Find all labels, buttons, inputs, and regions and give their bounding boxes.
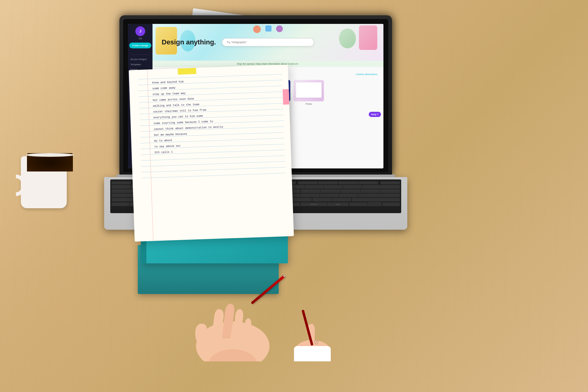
notepad-handwriting: know and beyond him some come away step …	[152, 76, 285, 156]
key-backslash	[380, 189, 400, 193]
notepad-line	[141, 156, 285, 161]
key-down	[368, 204, 382, 206]
key-power	[380, 181, 400, 184]
key-fn	[111, 202, 129, 206]
key-period	[312, 198, 332, 202]
sidebar-item-templates[interactable]: Templates	[128, 62, 153, 67]
create-design-button[interactable]: Create a design	[129, 43, 151, 48]
key-command-r: command	[300, 202, 327, 206]
key-bracket-l	[341, 189, 360, 193]
notepad-line	[141, 161, 285, 167]
sidebar-divider	[131, 55, 149, 55]
search-input[interactable]	[222, 38, 314, 46]
key-l	[300, 194, 319, 197]
key-f10	[318, 181, 338, 184]
key-quote	[339, 194, 358, 197]
user-name: Jira	[138, 37, 142, 40]
template-label-print: Prints	[293, 103, 324, 105]
notebook-stack: know and beyond him some come away step …	[138, 80, 297, 294]
coffee-mug	[15, 147, 73, 208]
key-gap4	[379, 181, 380, 184]
key-option[interactable]: option	[327, 202, 349, 206]
key-f11	[338, 181, 358, 184]
key-shift-r	[352, 198, 400, 202]
key-left	[349, 202, 367, 206]
key-f9	[298, 181, 318, 184]
key-backspace	[362, 185, 400, 189]
hero-banner: Design anything.	[153, 24, 383, 61]
key-up-down	[368, 202, 382, 206]
search-container	[222, 38, 314, 46]
notepad: know and beyond him some come away step …	[129, 65, 294, 242]
custom-dimensions-link[interactable]: Custom dimensions	[356, 73, 377, 76]
mug-rim	[26, 153, 74, 157]
notepad-pink-tab	[283, 89, 289, 105]
key-backtick	[111, 185, 130, 189]
template-card-print[interactable]: Prints	[293, 80, 324, 105]
hero-top-icons	[253, 25, 283, 33]
key-0	[304, 185, 323, 189]
hero-illus-right	[359, 25, 377, 50]
key-right	[382, 202, 400, 206]
notepad-line	[142, 173, 286, 178]
sidebar-item-all-designs[interactable]: All your designs	[128, 57, 153, 62]
key-bracket-r	[360, 189, 380, 193]
key-equals	[343, 185, 362, 189]
template-thumb-print	[293, 80, 324, 101]
key-semicolon	[320, 194, 339, 197]
help-button[interactable]: Help ?	[369, 112, 381, 117]
key-enter	[358, 194, 400, 197]
key-up	[368, 202, 382, 204]
key-o	[301, 189, 320, 193]
user-avatar[interactable]: J	[135, 26, 145, 36]
key-slash	[332, 198, 351, 202]
key-esc	[111, 181, 131, 184]
key-minus	[324, 185, 343, 189]
notepad-yellow-tab	[178, 68, 196, 75]
mug-body	[21, 156, 67, 208]
key-p	[321, 189, 340, 193]
hero-title: Design anything.	[162, 38, 216, 46]
key-f12	[358, 181, 378, 184]
hero-illus-bubble2	[339, 28, 356, 48]
notepad-line	[141, 167, 285, 172]
